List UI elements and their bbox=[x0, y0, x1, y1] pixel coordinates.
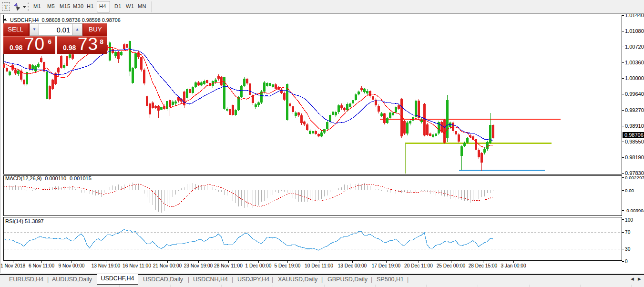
svg-text:0.98190: 0.98190 bbox=[625, 154, 644, 160]
svg-text:1.01080: 1.01080 bbox=[625, 28, 644, 34]
svg-text:0.99640: 0.99640 bbox=[625, 91, 644, 97]
svg-text:0.98910: 0.98910 bbox=[625, 123, 644, 129]
svg-text:1.01440: 1.01440 bbox=[625, 14, 644, 18]
svg-text:5 Dec 19:00: 5 Dec 19:00 bbox=[275, 263, 301, 268]
svg-text:28 Nov 11:00: 28 Nov 11:00 bbox=[214, 263, 243, 268]
svg-text:28 Dec 15:00: 28 Dec 15:00 bbox=[469, 263, 498, 268]
svg-text:1.00360: 1.00360 bbox=[625, 60, 644, 65]
svg-text:1 Nov 2018: 1 Nov 2018 bbox=[0, 263, 25, 268]
svg-text:3 Jan 00:00: 3 Jan 00:00 bbox=[501, 263, 526, 268]
svg-text:0.98706: 0.98706 bbox=[624, 132, 644, 138]
svg-text:0.98550: 0.98550 bbox=[625, 139, 644, 144]
svg-text:MACD(12,26,9) -0.000110 -0.001: MACD(12,26,9) -0.000110 -0.001015 bbox=[5, 175, 92, 181]
svg-text:1.00720: 1.00720 bbox=[625, 44, 644, 50]
svg-text:-0.003904: -0.003904 bbox=[625, 208, 644, 213]
svg-text:21 Nov 00:00: 21 Nov 00:00 bbox=[153, 263, 182, 268]
svg-text:100: 100 bbox=[625, 217, 633, 223]
svg-text:13 Dec 00:00: 13 Dec 00:00 bbox=[338, 263, 367, 268]
svg-text:25 Dec 00:00: 25 Dec 00:00 bbox=[437, 263, 466, 268]
svg-text:USDCHF,H4 0.98608 0.98736 0.9: USDCHF,H4 0.98608 0.98736 0.98598 0.9870… bbox=[10, 17, 121, 23]
svg-text:1.00000: 1.00000 bbox=[625, 75, 644, 81]
svg-text:70: 70 bbox=[625, 230, 631, 235]
svg-text:1 Dec 00:00: 1 Dec 00:00 bbox=[245, 263, 272, 268]
svg-text:0: 0 bbox=[625, 259, 628, 264]
svg-text:17 Dec 19:00: 17 Dec 19:00 bbox=[372, 263, 401, 268]
svg-text:6 Nov 11:00: 6 Nov 11:00 bbox=[29, 263, 55, 268]
svg-text:23 Nov 19:00: 23 Nov 19:00 bbox=[184, 263, 213, 268]
svg-text:0.99270: 0.99270 bbox=[625, 107, 644, 113]
svg-text:13 Nov 19:00: 13 Nov 19:00 bbox=[92, 263, 121, 268]
svg-text:10 Dec 11:00: 10 Dec 11:00 bbox=[305, 263, 333, 268]
svg-text:30: 30 bbox=[625, 246, 631, 252]
svg-text:RSI(14) 51.3897: RSI(14) 51.3897 bbox=[5, 218, 44, 224]
svg-text:0.00: 0.00 bbox=[625, 188, 634, 193]
svg-text:16 Nov 11:00: 16 Nov 11:00 bbox=[123, 263, 151, 268]
svg-text:9 Nov 00:00: 9 Nov 00:00 bbox=[59, 263, 85, 268]
svg-text:20 Dec 11:00: 20 Dec 11:00 bbox=[404, 263, 433, 268]
svg-text:0.002297: 0.002297 bbox=[625, 175, 644, 180]
